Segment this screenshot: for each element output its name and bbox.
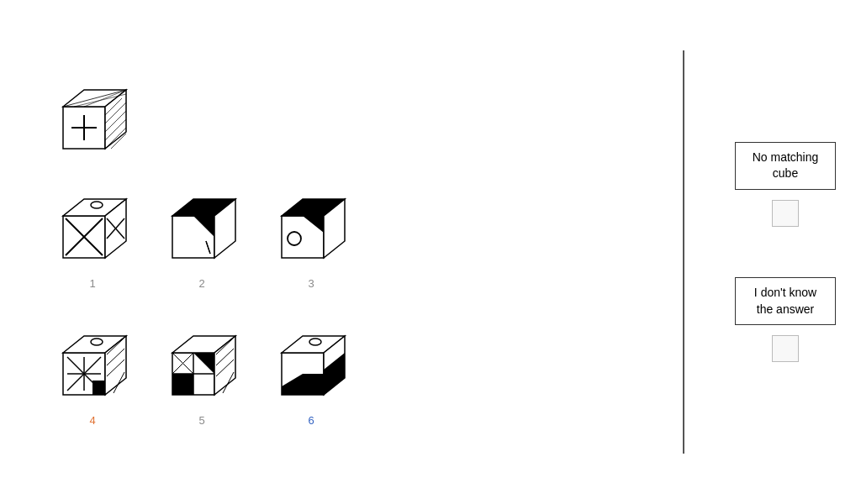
cube-label-5: 5 [198,414,204,427]
no-matching-cube-checkbox[interactable] [772,200,799,227]
cube-item-2[interactable]: 2 [160,186,244,290]
dont-know-checkbox[interactable] [772,335,799,362]
cube-label-3: 3 [308,277,314,290]
cube-label-4: 4 [89,414,95,427]
dont-know-option[interactable]: I don't knowthe answer [735,277,836,362]
main-container: 1 2 [0,0,861,504]
dont-know-box[interactable]: I don't knowthe answer [735,277,836,325]
svg-rect-51 [172,374,193,395]
reference-row [50,77,641,161]
cube-item-4[interactable]: 4 [50,323,135,427]
options-section: No matchingcube I don't knowthe answer [710,108,861,396]
section-divider [683,50,684,454]
cube-item-6[interactable]: 6 [269,323,353,427]
top-cube-row: 1 2 [50,186,641,290]
cube-item-1[interactable]: 1 [50,186,135,290]
svg-marker-41 [92,381,105,395]
bottom-cube-row: 4 [50,323,641,427]
no-matching-cube-option[interactable]: No matchingcube [735,142,836,227]
cube-label-2: 2 [198,277,204,290]
cube-item-5[interactable]: 5 [160,323,244,427]
no-matching-cube-box[interactable]: No matchingcube [735,142,836,190]
cube-label-6: 6 [308,414,314,427]
reference-cube [50,77,135,161]
cube-label-1: 1 [89,277,95,290]
cubes-section: 1 2 [0,44,658,460]
cube-item-3[interactable]: 3 [269,186,353,290]
